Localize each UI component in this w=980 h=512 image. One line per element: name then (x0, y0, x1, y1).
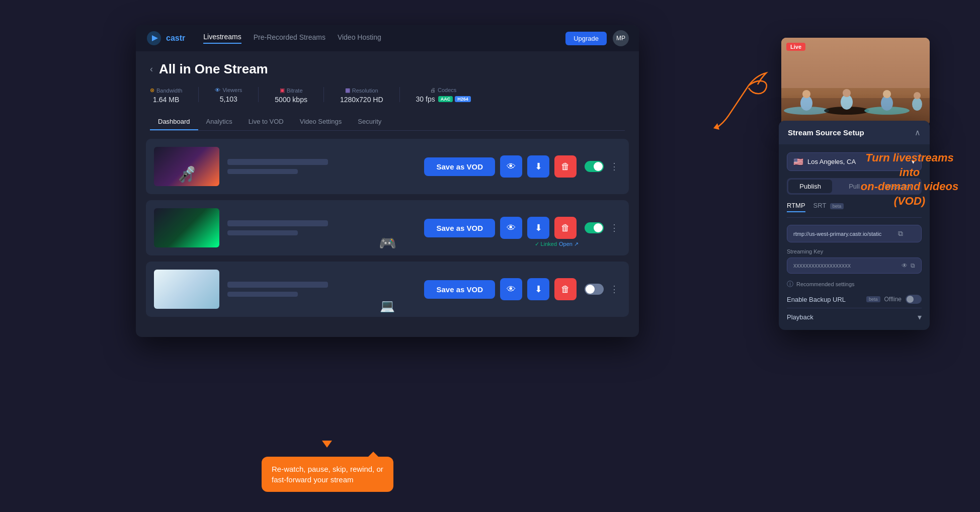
show-key-icon[interactable]: 👁 (902, 262, 908, 269)
tab-security[interactable]: Security (350, 114, 389, 130)
stream-sub-bar-3 (227, 292, 298, 297)
open-link[interactable]: Open ↗ (559, 241, 579, 247)
backup-url-label: Enable Backup URL (787, 296, 862, 303)
tabs-row: Dashboard Analytics Live to VOD Video Se… (150, 114, 625, 131)
info-icon: ⓘ (787, 280, 793, 289)
recommended-settings[interactable]: ⓘ Recommended settings (787, 280, 922, 289)
view-button-1[interactable]: 👁 (500, 155, 522, 178)
recommended-label: Recommended settings (796, 281, 855, 287)
stream-card-1: 🎤 Save as VOD 👁 ⬇ 🗑 ⋮ (146, 139, 629, 194)
stream-name-bar-1 (227, 159, 328, 165)
panel-close-button[interactable]: ∧ (915, 128, 921, 137)
svg-point-15 (914, 92, 921, 99)
stream-info-3 (227, 282, 416, 297)
stat-bitrate: ▣ Bitrate 5000 kbps (275, 87, 307, 104)
svg-point-9 (802, 90, 810, 98)
badge-h264: H264 (455, 96, 471, 102)
stream-toggle-2: ⋮ (585, 220, 621, 235)
tab-dashboard[interactable]: Dashboard (150, 114, 198, 130)
rtmp-url-input[interactable]: rtmp://us-west-primary.castr.io/static ⧉ (787, 225, 922, 242)
nav-links: Livestreams Pre-Recorded Streams Video H… (203, 33, 553, 44)
tab-video-settings[interactable]: Video Settings (292, 114, 350, 130)
page-title: All in One Stream (159, 61, 268, 77)
stat-bandwidth: ⊗ Bandwidth 1.64 MB (150, 87, 182, 104)
browser-window: castr Livestreams Pre-Recorded Streams V… (136, 25, 639, 337)
stat-codecs: 🖨 Codecs 30 fps AAC H264 (416, 87, 471, 104)
delete-button-3[interactable]: 🗑 (554, 278, 577, 300)
tooltip-text: Re-watch, pause, skip, rewind, orfast-fo… (272, 465, 383, 484)
copy-rtmp-icon[interactable]: ⧉ (898, 229, 903, 238)
key-icons: 👁 ⧉ (902, 262, 915, 269)
toggle-1[interactable] (585, 161, 604, 172)
backup-url-toggle[interactable] (906, 295, 922, 304)
tab-live-to-vod[interactable]: Live to VOD (240, 114, 292, 130)
content-area: 🎤 Save as VOD 👁 ⬇ 🗑 ⋮ 🎮 (136, 131, 639, 331)
offline-label: Offline (884, 296, 902, 303)
download-button-3[interactable]: ⬇ (527, 278, 549, 300)
save-vod-button-1[interactable]: Save as VOD (424, 157, 495, 176)
stream-thumb-3: 💻 (154, 270, 219, 309)
stream-info-2 (227, 220, 416, 235)
streaming-key-group: Streaming Key xxxxxxxxxxxxxxxxxxx 👁 ⧉ (787, 248, 922, 274)
save-vod-button-2[interactable]: Save as VOD (424, 219, 495, 237)
playback-row: Playback ▾ (787, 308, 922, 322)
logo-text: castr (166, 34, 185, 43)
live-preview: Live (781, 38, 930, 126)
back-arrow[interactable]: ‹ (150, 64, 153, 74)
download-button-2[interactable]: ⬇ (527, 217, 549, 239)
proto-tab-srt[interactable]: SRT beta (813, 202, 844, 212)
toggle-3[interactable] (585, 284, 604, 295)
proto-tab-rtmp[interactable]: RTMP (787, 202, 805, 212)
codecs-label: 🖨 Codecs (430, 87, 456, 93)
tab-analytics[interactable]: Analytics (198, 114, 240, 130)
logo: castr (146, 30, 185, 46)
save-vod-button-3[interactable]: Save as VOD (424, 280, 495, 299)
copy-key-icon[interactable]: ⧉ (911, 262, 915, 269)
stream-sub-bar-1 (227, 169, 298, 174)
upgrade-button[interactable]: Upgrade (565, 32, 607, 45)
linked-tag: ✓ Linked Open ↗ (535, 241, 579, 247)
tooltip-bubble: Re-watch, pause, skip, rewind, orfast-fo… (262, 457, 393, 492)
viewers-label: 👁 Viewers (215, 87, 242, 93)
more-menu-2[interactable]: ⋮ (608, 220, 621, 235)
stream-thumb-2: 🎮 (154, 208, 219, 247)
delete-button-1[interactable]: 🗑 (554, 155, 577, 178)
nav-link-videohosting[interactable]: Video Hosting (338, 33, 381, 43)
stream-toggle-3: ⋮ (585, 282, 621, 297)
panel-title: Stream Source Setup (788, 128, 864, 137)
arrow-annotation (668, 70, 769, 133)
svg-point-14 (912, 98, 922, 111)
svg-point-11 (843, 89, 851, 97)
view-button-2[interactable]: 👁 (500, 217, 522, 239)
pub-tab-publish[interactable]: Publish (788, 180, 832, 193)
streaming-key-input[interactable]: xxxxxxxxxxxxxxxxxxx 👁 ⧉ (787, 258, 922, 274)
stream-name-bar-2 (227, 220, 328, 226)
stream-card-3: 💻 Save as VOD 👁 ⬇ 🗑 ⋮ (146, 262, 629, 317)
download-button-1[interactable]: ⬇ (527, 155, 549, 178)
more-menu-3[interactable]: ⋮ (608, 282, 621, 297)
backup-url-row: Enable Backup URL beta Offline (787, 295, 922, 304)
view-button-3[interactable]: 👁 (500, 278, 522, 300)
avatar: MP (613, 30, 629, 46)
delete-button-2[interactable]: 🗑 (554, 217, 577, 239)
svg-point-13 (883, 90, 891, 98)
stream-actions-1: Save as VOD 👁 ⬇ 🗑 (424, 155, 577, 178)
viewers-value: 5,103 (220, 95, 237, 103)
back-title: ‹ All in One Stream (150, 61, 625, 77)
toggle-2[interactable] (585, 222, 604, 233)
nav-link-livestreams[interactable]: Livestreams (203, 33, 241, 44)
stream-card-2: 🎮 Save as VOD 👁 ⬇ 🗑 ⋮ ✓ Linked Open ↗ (146, 200, 629, 255)
beta-badge: beta (830, 203, 844, 209)
nav-link-prerecorded[interactable]: Pre-Recorded Streams (254, 33, 325, 43)
rtmp-url-text: rtmp://us-west-primary.castr.io/static (793, 231, 881, 237)
location-left: 🇺🇸 Los Angeles, CA (793, 157, 856, 166)
stream-actions-2: Save as VOD 👁 ⬇ 🗑 (424, 217, 577, 239)
streaming-key-value: xxxxxxxxxxxxxxxxxxx (793, 262, 851, 269)
playback-chevron-icon[interactable]: ▾ (918, 312, 922, 322)
stream-thumb-1: 🎤 (154, 147, 219, 186)
cursor-pointer (322, 441, 332, 448)
stream-actions-3: Save as VOD 👁 ⬇ 🗑 (424, 278, 577, 300)
bandwidth-value: 1.64 MB (153, 96, 179, 104)
more-menu-1[interactable]: ⋮ (608, 159, 621, 174)
streaming-key-label: Streaming Key (787, 248, 922, 254)
